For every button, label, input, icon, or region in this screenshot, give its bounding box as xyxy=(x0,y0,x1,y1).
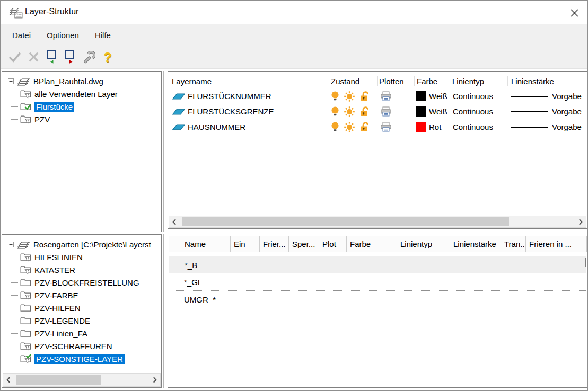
header-cell-frieren[interactable]: Frier... xyxy=(260,236,289,252)
col-plotten: Plotten xyxy=(379,75,404,88)
x-icon xyxy=(28,51,40,63)
lock-open-icon[interactable] xyxy=(359,106,370,117)
menu-hilfe[interactable]: Hilfe xyxy=(95,31,111,40)
tree-stub xyxy=(11,346,20,346)
tree-item-pzv-schraffuren[interactable]: PZV-SCHRAFFUREN xyxy=(5,340,160,352)
menu-optionen[interactable]: Optionen xyxy=(47,31,79,40)
header-cell-ein[interactable]: Ein xyxy=(231,236,260,252)
settings-button[interactable] xyxy=(82,50,96,65)
bulb-on-icon[interactable] xyxy=(331,106,339,117)
sun-thawed-icon[interactable] xyxy=(344,121,355,133)
wrench-icon xyxy=(83,51,95,64)
tree-item-pzv-hilfen[interactable]: PZV-HILFEN xyxy=(5,301,160,314)
blue-square-left-arrow-icon xyxy=(46,50,58,64)
color-swatch[interactable] xyxy=(416,122,426,132)
layer-table-panel: Layername Zustand Plotten Farbe Linienty… xyxy=(168,71,587,229)
scroll-thumb[interactable] xyxy=(182,217,509,226)
bulb-on-icon[interactable] xyxy=(331,91,339,101)
header-cell-farbe[interactable]: Farbe xyxy=(347,236,397,252)
header-separator xyxy=(377,76,378,86)
wildcard-row[interactable]: *_GL xyxy=(169,273,586,291)
toolbar: ? xyxy=(1,46,587,69)
tree-stub xyxy=(11,106,20,107)
tree-root-rosengarten[interactable]: Rosengarten [C:\Projekte\Layerst xyxy=(5,238,160,251)
color-name: Weiß xyxy=(429,104,447,119)
tree-stub xyxy=(11,282,20,283)
tree-item-hilfslinien[interactable]: HILFSLINIEN xyxy=(5,251,160,263)
layer-name: HAUSNUMMER xyxy=(188,119,245,135)
question-mark-icon: ? xyxy=(103,50,111,64)
scroll-right-button[interactable] xyxy=(150,374,160,386)
header-cell-transparenz[interactable]: Tran... xyxy=(501,236,526,252)
header-cell-plot[interactable]: Plot xyxy=(319,236,347,252)
sun-thawed-icon[interactable] xyxy=(344,91,355,102)
close-icon xyxy=(571,9,578,17)
bulb-on-icon[interactable] xyxy=(331,121,339,132)
tree-stub xyxy=(11,257,20,257)
layer-row-hausnummer[interactable]: HAUSNUMMER Rot Continuous Vorgabe xyxy=(169,119,586,135)
layer-name: FLURSTÜCKSGRENZE xyxy=(188,104,274,119)
vertical-splitter[interactable] xyxy=(163,234,166,388)
cancel-button[interactable] xyxy=(27,50,40,65)
scroll-left-button[interactable] xyxy=(169,216,180,227)
sun-thawed-icon[interactable] xyxy=(344,106,355,118)
scroll-left-button[interactable] xyxy=(3,374,14,386)
tree-item-pzv-blockfreistellung[interactable]: PZV-BLOCKFREISTELLUNG xyxy=(5,276,160,289)
tree-expander[interactable] xyxy=(8,242,14,247)
tree-item-label: PZV-LEGENDE xyxy=(34,316,90,325)
help-button[interactable]: ? xyxy=(101,50,115,65)
layer-state-previous-button[interactable] xyxy=(45,50,59,65)
horizontal-scrollbar[interactable] xyxy=(169,216,586,228)
layer-parallelogram-icon xyxy=(172,124,185,130)
wildcard-row-selected[interactable]: *_B xyxy=(169,256,586,273)
tree-item-label: PZV-BLOCKFREISTELLUNG xyxy=(34,278,139,287)
tree-item-label: PZV-HILFEN xyxy=(34,304,81,313)
tree-item-pzv-sonstige-layer[interactable]: PZV-SONSTIGE-LAYER xyxy=(5,352,160,365)
printer-icon[interactable] xyxy=(380,106,392,117)
color-swatch[interactable] xyxy=(416,106,426,117)
printer-icon[interactable] xyxy=(380,91,392,101)
tree-stub xyxy=(11,333,20,334)
wildcard-row[interactable]: UMGR_* xyxy=(169,291,586,308)
layer-state-next-button[interactable] xyxy=(64,50,77,65)
titlebar: Layer-Struktur xyxy=(1,1,587,25)
tree-item-kataster[interactable]: KATASTER xyxy=(5,263,160,276)
header-cell-sperren[interactable]: Sper... xyxy=(289,236,319,252)
header-cell-empty[interactable] xyxy=(169,236,181,252)
header-cell-frieren-in[interactable]: Frieren in ... xyxy=(526,236,587,252)
layer-row-flurstuecksgrenze[interactable]: FLURSTÜCKSGRENZE Weiß Continuous Vorgabe xyxy=(169,104,586,119)
folder-filter-check-icon xyxy=(20,354,31,363)
color-name: Weiß xyxy=(429,88,447,104)
horizontal-scrollbar[interactable] xyxy=(3,373,161,387)
tree-expander[interactable] xyxy=(8,78,14,84)
apply-button[interactable] xyxy=(8,50,22,65)
row-name: UMGR_* xyxy=(169,295,216,304)
header-cell-linienstaerke[interactable]: Linienstärke xyxy=(450,236,501,252)
folder-filter-icon xyxy=(20,265,31,274)
col-farbe: Farbe xyxy=(417,75,437,88)
tree-item-pzv[interactable]: PZV xyxy=(5,113,160,126)
chevron-right-icon xyxy=(153,377,157,383)
folder-filter-icon xyxy=(20,89,31,99)
header-cell-name[interactable]: Name xyxy=(181,236,231,252)
printer-icon[interactable] xyxy=(380,122,392,132)
tree-root-bplan[interactable]: BPlan_Rauhtal.dwg xyxy=(5,75,160,87)
scroll-thumb[interactable] xyxy=(16,375,101,385)
tree-item-flurstuecke[interactable]: Flurstücke xyxy=(5,100,160,113)
chevron-right-icon xyxy=(578,219,583,225)
tree-item-pzv-linien-fa[interactable]: PZV-Linien_FA xyxy=(5,327,160,340)
color-swatch[interactable] xyxy=(416,91,426,101)
lock-open-icon[interactable] xyxy=(359,121,370,132)
header-cell-linientyp[interactable]: Linientyp xyxy=(397,236,450,252)
tree-item-alle-verwendeten-layer[interactable]: alle Verwendeten Layer xyxy=(5,87,160,100)
vertical-splitter[interactable] xyxy=(163,71,166,232)
tree-item-pzv-farbe[interactable]: PZV-FARBE xyxy=(5,289,160,301)
scroll-right-button[interactable] xyxy=(575,216,586,227)
minus-box-icon xyxy=(8,78,14,84)
close-button[interactable] xyxy=(566,5,582,21)
tree-item-pzv-legende[interactable]: PZV-LEGENDE xyxy=(5,314,160,327)
menu-datei[interactable]: Datei xyxy=(12,31,31,40)
lock-open-icon[interactable] xyxy=(359,91,370,101)
layer-row-flurstuecknummer[interactable]: FLURSTÜCKNUMMER Weiß Continuous Vorgabe xyxy=(169,88,586,104)
layer-name: FLURSTÜCKNUMMER xyxy=(188,88,271,104)
